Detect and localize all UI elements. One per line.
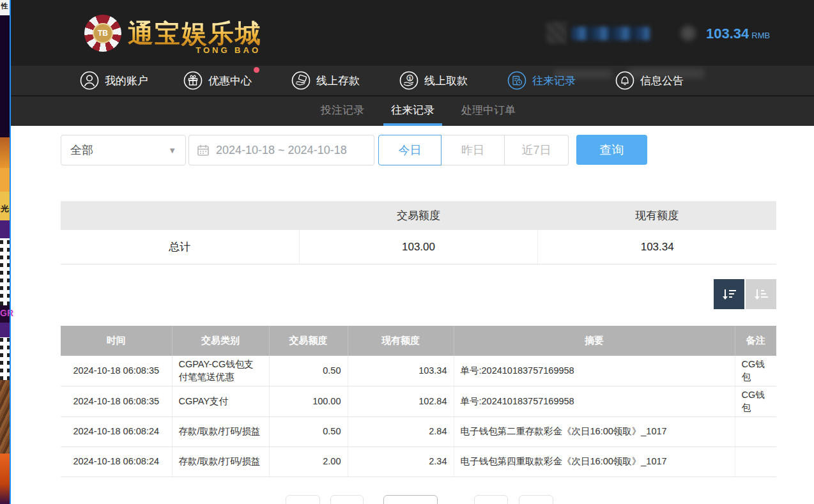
table-row: 2024-10-18 06:08:35 CGPAY-CG钱包支付笔笔送优惠 0.… — [61, 356, 776, 386]
cell-type: 存款/取款/打码/损益 — [172, 417, 269, 447]
cell-amount: 2.00 — [269, 447, 348, 477]
cell-balance: 102.84 — [348, 386, 454, 417]
summary-table: 交易额度 现有额度 总计 103.00 103.34 — [61, 201, 776, 264]
records-header-row: 时间 交易类别 交易额度 现有额度 摘要 备注 — [61, 326, 776, 356]
records-icon — [507, 71, 526, 90]
col-header-time: 时间 — [61, 326, 172, 356]
chevron-down-icon: ▼ — [168, 146, 176, 155]
type-select[interactable]: 全部 ▼ — [61, 135, 186, 165]
cell-summary: 单号:202410183757169958 — [454, 356, 735, 386]
table-row: 2024-10-18 06:08:24 存款/取款/打码/损益 2.00 2.3… — [61, 447, 776, 477]
cell-balance: 103.34 — [348, 356, 454, 386]
logo-title: 通宝娱乐城 — [128, 20, 262, 46]
poker-chip-icon: TB — [84, 15, 121, 52]
background-banner-char: 光 — [0, 203, 10, 215]
cell-time: 2024-10-18 06:08:24 — [61, 417, 172, 447]
sort-descending-icon — [721, 286, 737, 303]
col-header-amount: 交易额度 — [269, 326, 348, 356]
gift-icon — [183, 71, 203, 90]
table-row: 2024-10-18 06:08:35 CGPAY支付 100.00 102.8… — [61, 386, 776, 417]
logo-subtitle: TONG BAO — [196, 45, 261, 55]
summary-total-row: 总计 103.00 103.34 — [61, 230, 776, 264]
main-nav: 我的账户 优惠中心 线上存款 — [11, 66, 814, 95]
cell-time: 2024-10-18 06:08:35 — [61, 386, 172, 417]
user-icon — [80, 71, 99, 90]
cell-balance: 2.34 — [348, 447, 454, 477]
col-header-balance: 现有额度 — [348, 326, 454, 356]
col-header-type: 交易类别 — [172, 326, 269, 356]
cell-type: CGPAY支付 — [172, 386, 269, 417]
cell-amount: 0.50 — [269, 417, 348, 447]
col-header-note: 备注 — [735, 326, 776, 356]
balance-amount: 103.34 — [706, 26, 749, 42]
cell-balance: 2.84 — [348, 417, 454, 447]
cell-type: 存款/取款/打码/损益 — [172, 447, 269, 477]
user-avatar[interactable] — [546, 22, 567, 43]
cell-amount: 100.00 — [269, 386, 348, 417]
svg-text:$: $ — [409, 76, 411, 80]
deposit-icon — [291, 71, 311, 90]
nav-item-promotions[interactable]: 优惠中心 — [183, 71, 252, 90]
quick-filter-yesterday[interactable]: 昨日 — [442, 135, 505, 165]
cell-summary: 电子钱包第四重取款彩金《次日16:00领取》_1017 — [454, 447, 735, 477]
cell-summary: 电子钱包第二重存款彩金《次日16:00领取》_1017 — [454, 417, 735, 447]
records-table: 时间 交易类别 交易额度 现有额度 摘要 备注 2024-10-18 06:08… — [61, 326, 776, 477]
pagination-page-select[interactable] — [383, 495, 438, 504]
balance-currency: RMB — [751, 31, 770, 40]
calendar-icon — [197, 144, 210, 157]
tab-processing-orders[interactable]: 处理中订单 — [460, 96, 517, 126]
qr-code-fragment — [0, 337, 10, 380]
table-row: 2024-10-18 06:08:24 存款/取款/打码/损益 0.50 2.8… — [61, 417, 776, 447]
username-redacted — [572, 27, 650, 40]
coin-icon — [679, 24, 697, 42]
site-header: TB 通宝娱乐城 TONG BAO 103.34RMB — [11, 0, 814, 66]
nav-item-online-withdraw[interactable]: $ 线上取款 — [399, 71, 468, 90]
withdraw-icon: $ — [399, 71, 419, 90]
sort-ascending-icon — [753, 286, 769, 303]
pagination-button[interactable] — [330, 495, 364, 504]
cell-summary: 单号:202410183757169958 — [454, 386, 735, 417]
tab-bet-records[interactable]: 投注记录 — [319, 96, 365, 126]
pagination-button[interactable] — [474, 495, 508, 504]
qr-code-fragment — [0, 238, 10, 305]
quick-filter-today[interactable]: 今日 — [378, 135, 442, 165]
pagination-button[interactable] — [286, 495, 320, 504]
tab-transaction-records[interactable]: 往来记录 — [390, 96, 436, 126]
site-logo[interactable]: TB 通宝娱乐城 TONG BAO — [84, 11, 262, 55]
cell-amount: 0.50 — [269, 356, 348, 386]
bell-icon — [615, 71, 634, 90]
cell-note — [735, 417, 776, 447]
nav-item-transaction-records[interactable]: 往来记录 — [507, 71, 576, 90]
summary-total-label: 总计 — [61, 230, 300, 264]
cell-type: CGPAY-CG钱包支付笔笔送优惠 — [172, 356, 269, 386]
background-window-strip: 性 光 GR — [0, 0, 11, 504]
balance-display[interactable]: 103.34RMB — [706, 26, 770, 42]
cell-note: CG钱包 — [735, 386, 776, 417]
background-tab-text: 性 — [0, 1, 10, 11]
sort-descending-button[interactable] — [714, 279, 744, 309]
summary-transaction-amount: 103.00 — [300, 230, 539, 264]
active-tab-underline — [383, 123, 442, 126]
col-header-summary: 摘要 — [454, 326, 735, 356]
summary-header-current-balance: 现有额度 — [538, 208, 776, 223]
date-range-picker[interactable]: 2024-10-18 ~ 2024-10-18 — [188, 135, 374, 165]
cell-time: 2024-10-18 06:08:35 — [61, 356, 172, 386]
summary-current-balance: 103.34 — [538, 230, 776, 264]
nav-item-online-deposit[interactable]: 线上存款 — [291, 71, 360, 90]
summary-header-row: 交易额度 现有额度 — [61, 201, 776, 230]
quick-filter-last7days[interactable]: 近7日 — [505, 135, 569, 165]
summary-header-transaction-amount: 交易额度 — [299, 208, 537, 223]
cell-note: CG钱包 — [735, 356, 776, 386]
cell-time: 2024-10-18 06:08:24 — [61, 447, 172, 477]
record-tabs: 投注记录 往来记录 处理中订单 — [11, 95, 814, 126]
pagination-button[interactable] — [519, 495, 553, 504]
cell-note — [735, 447, 776, 477]
nav-item-my-account[interactable]: 我的账户 — [80, 71, 148, 90]
background-banner-letters: GR — [0, 308, 10, 318]
notification-dot — [254, 67, 259, 73]
search-button[interactable]: 查询 — [576, 135, 647, 165]
nav-item-announcements[interactable]: 信息公告 — [615, 71, 684, 90]
sort-ascending-button[interactable] — [746, 279, 776, 309]
